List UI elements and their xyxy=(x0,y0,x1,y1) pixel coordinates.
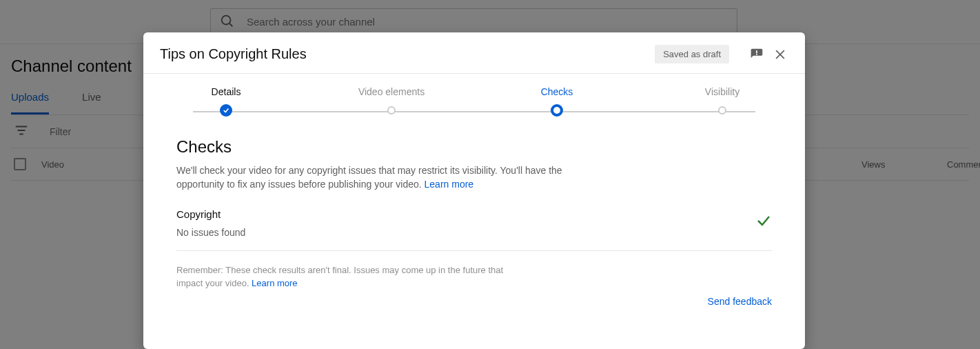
dialog-title: Tips on Copyright Rules xyxy=(160,46,655,62)
dialog-body: Checks We'll check your video for any co… xyxy=(143,122,805,307)
dialog-header: Tips on Copyright Rules Saved as draft xyxy=(143,32,805,74)
copyright-block: Copyright No issues found xyxy=(176,208,772,251)
section-heading: Checks xyxy=(176,137,772,157)
step-visibility[interactable]: Visibility xyxy=(681,86,764,117)
draft-badge: Saved as draft xyxy=(655,45,729,63)
step-checks[interactable]: Checks xyxy=(515,86,598,117)
stepper: Details Video elements Checks Visibility xyxy=(185,86,764,122)
svg-rect-2 xyxy=(756,50,757,53)
step-visibility-label: Visibility xyxy=(705,86,739,97)
step-details-dot xyxy=(220,104,232,117)
copyright-status: No issues found xyxy=(176,227,245,238)
step-video-elements-label: Video elements xyxy=(358,86,425,97)
disclaimer-learn-more-link[interactable]: Learn more xyxy=(252,278,297,288)
step-details[interactable]: Details xyxy=(185,86,267,117)
feedback-row: Send feedback xyxy=(176,296,772,307)
svg-rect-3 xyxy=(756,54,757,55)
disclaimer: Remember: These check results aren't fin… xyxy=(176,263,521,290)
step-checks-label: Checks xyxy=(541,86,573,97)
step-checks-dot xyxy=(551,104,563,117)
close-icon[interactable] xyxy=(772,46,788,63)
step-video-elements[interactable]: Video elements xyxy=(350,86,433,117)
step-visibility-dot xyxy=(718,106,726,114)
step-video-elements-dot xyxy=(387,106,396,114)
send-feedback-link[interactable]: Send feedback xyxy=(708,296,772,307)
disclaimer-text: Remember: These check results aren't fin… xyxy=(176,265,503,289)
feedback-icon[interactable] xyxy=(748,46,765,63)
section-description: We'll check your video for any copyright… xyxy=(176,163,562,192)
check-icon xyxy=(755,212,772,232)
learn-more-link[interactable]: Learn more xyxy=(425,179,474,190)
step-details-label: Details xyxy=(212,86,241,97)
copyright-heading: Copyright xyxy=(176,208,245,220)
upload-dialog: Tips on Copyright Rules Saved as draft D… xyxy=(143,32,805,349)
section-description-text: We'll check your video for any copyright… xyxy=(176,165,562,190)
